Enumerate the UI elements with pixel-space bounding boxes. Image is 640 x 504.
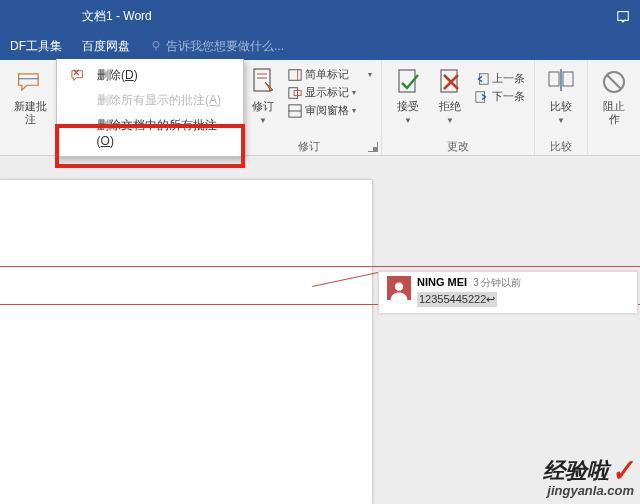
delete-comment-icon [69, 69, 87, 83]
svg-point-30 [395, 283, 403, 291]
chevron-down-icon: ▼ [259, 116, 267, 125]
comment-time: 3 分钟以前 [473, 276, 521, 290]
changes-nav-stack: 上一条 下一条 [472, 64, 528, 137]
comment-text: 12355445222↩ [417, 292, 497, 307]
ribbon-tabs-row: DF工具集 百度网盘 告诉我您想要做什么... [0, 32, 640, 60]
tracking-options-stack: 简单标记 ▾ 显示标记 ▾ 审阅窗格 ▾ [285, 64, 375, 137]
compare-icon [548, 66, 574, 98]
ribbon-group-protect: 阻止作 [588, 60, 640, 155]
menu-delete[interactable]: 删除(D) [57, 63, 243, 88]
check-icon: ✓ [609, 453, 636, 489]
tell-me-search[interactable]: 告诉我您想要做什么... [150, 38, 284, 55]
chevron-down-icon: ▼ [404, 116, 412, 125]
chevron-down-icon: ▼ [446, 116, 454, 125]
watermark: 经验啦 ✓ jingyanla.com [543, 454, 634, 498]
svg-rect-11 [289, 69, 301, 80]
document-area: NING MEI 3 分钟以前 12355445222↩ [0, 156, 640, 504]
svg-rect-23 [549, 72, 559, 86]
show-markup-icon [288, 86, 302, 100]
lightbulb-icon [150, 40, 162, 52]
comment-bubble[interactable]: NING MEI 3 分钟以前 12355445222↩ [378, 271, 638, 314]
title-bar: 文档1 - Word [0, 0, 640, 32]
comment-author: NING MEI [417, 276, 467, 288]
chevron-down-icon: ▾ [368, 70, 372, 79]
svg-rect-0 [618, 12, 629, 21]
track-changes-button[interactable]: 修订▼ [243, 64, 283, 137]
chevron-down-icon: ▾ [352, 88, 356, 97]
ribbon-group-changes: 接受▼ 拒绝▼ 上一条 下一条 更改 [382, 60, 535, 155]
prev-change-icon [475, 72, 489, 86]
tab-baidu-pan[interactable]: 百度网盘 [82, 38, 130, 55]
comment-body: NING MEI 3 分钟以前 12355445222↩ [417, 276, 521, 307]
ribbon-group-compare: 比较▼ 比较 [535, 60, 588, 155]
block-icon [602, 66, 626, 98]
svg-rect-24 [563, 72, 573, 86]
markup-icon [288, 68, 302, 82]
accept-button[interactable]: 接受▼ [388, 64, 428, 137]
accept-icon [396, 66, 420, 98]
speech-bubble-icon [17, 66, 43, 98]
tracking-dialog-launcher[interactable] [368, 142, 378, 152]
menu-delete-shown: 删除所有显示的批注(A) [57, 88, 243, 113]
svg-rect-13 [289, 87, 298, 98]
person-icon [389, 280, 409, 300]
avatar [387, 276, 411, 300]
track-changes-icon [251, 66, 275, 98]
svg-rect-22 [476, 91, 485, 102]
review-pane-icon [288, 104, 302, 118]
watermark-text: 经验啦 [543, 456, 609, 486]
show-markup-button[interactable]: 显示标记 ▾ [285, 84, 375, 101]
review-pane-button[interactable]: 审阅窗格 ▾ [285, 102, 375, 119]
group-label-changes: 更改 [388, 137, 528, 155]
reject-icon [438, 66, 462, 98]
delete-dropdown-menu: 删除(D) 删除所有显示的批注(A) 删除文档中的所有批注(O) [56, 59, 244, 157]
new-comment-button[interactable]: 新建批注 [6, 64, 54, 137]
chevron-down-icon: ▼ [557, 116, 565, 125]
ribbon-options-icon[interactable] [616, 9, 630, 23]
chevron-down-icon: ▾ [352, 106, 356, 115]
block-authors-button[interactable]: 阻止作 [594, 64, 634, 155]
group-label-tracking: 修订 [243, 137, 375, 155]
window-controls [616, 9, 630, 23]
compare-button[interactable]: 比较▼ [541, 64, 581, 137]
document-page[interactable] [0, 180, 372, 504]
comment-range-line-top [0, 266, 640, 267]
next-change-icon [475, 90, 489, 104]
tab-pdf-tools[interactable]: DF工具集 [10, 38, 62, 55]
svg-rect-8 [254, 69, 270, 91]
markup-mode-select[interactable]: 简单标记 ▾ [285, 66, 375, 83]
ribbon-group-tracking: 修订▼ 简单标记 ▾ 显示标记 ▾ 审阅窗格 ▾ [237, 60, 382, 155]
group-label-compare: 比较 [541, 137, 581, 155]
menu-delete-all[interactable]: 删除文档中的所有批注(O) [57, 113, 243, 152]
svg-rect-21 [479, 73, 488, 84]
svg-point-1 [153, 42, 159, 48]
next-change-button[interactable]: 下一条 [472, 88, 528, 105]
document-title: 文档1 - Word [82, 8, 152, 25]
svg-line-27 [607, 75, 621, 89]
prev-change-button[interactable]: 上一条 [472, 70, 528, 87]
reject-button[interactable]: 拒绝▼ [430, 64, 470, 137]
